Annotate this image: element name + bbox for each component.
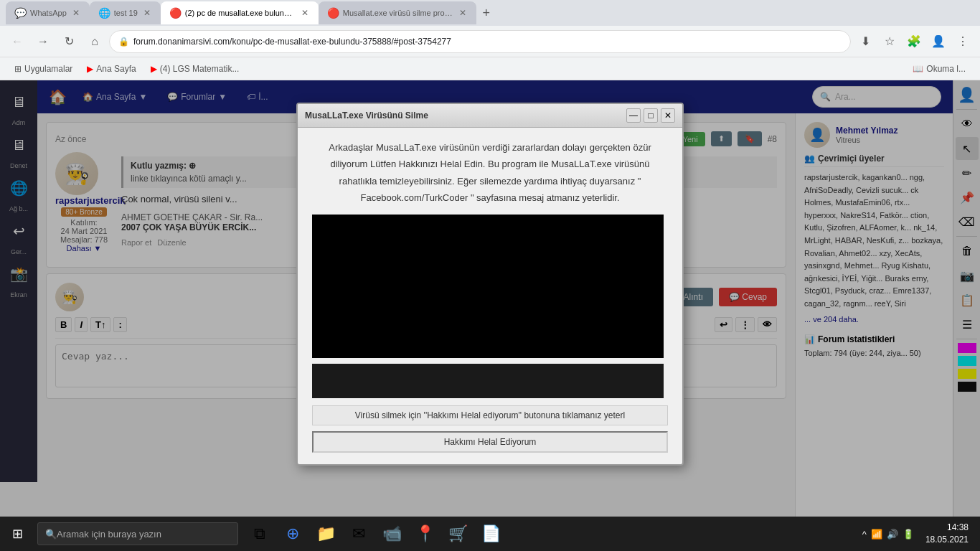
reload-button[interactable]: ↻ xyxy=(57,30,80,53)
browser-window: 💬 WhatsApp ✕ 🌐 test 19 ✕ 🔴 (2) pc de mus… xyxy=(0,0,980,517)
url-text: forum.donanimarsivi.com/konu/pc-de-musal… xyxy=(133,37,842,47)
tab4-favicon: 🔴 xyxy=(327,7,339,19)
battery-icon: 🔋 xyxy=(903,529,914,540)
tab-close-test19[interactable]: ✕ xyxy=(142,6,152,19)
modal-description: Arkadaşlar MusaLLaT.exe virüsünün verdiğ… xyxy=(312,139,668,207)
bookmark-home[interactable]: ▶ Ana Sayfa xyxy=(81,62,141,75)
profile-button[interactable]: 👤 xyxy=(927,30,950,53)
forward-button[interactable]: → xyxy=(32,30,55,53)
modal-title: MusaLLaT.exe Virüsünü Silme xyxy=(305,110,428,121)
taskbar-clock[interactable]: 14:38 18.05.2021 xyxy=(920,522,974,546)
home-button[interactable]: ⌂ xyxy=(83,30,106,53)
browser-tab-test19[interactable]: 🌐 test 19 ✕ xyxy=(90,1,161,24)
youtube-icon: ▶ xyxy=(87,64,93,74)
bookmarks-bar: ⊞ Uygulamalar ▶ Ana Sayfa ▶ (4) LGS Mate… xyxy=(0,57,980,80)
bookmark-lgs[interactable]: ▶ (4) LGS Matematik... xyxy=(145,62,245,75)
tab-title-whatsapp: WhatsApp xyxy=(30,9,67,17)
reading-label: Okuma l... xyxy=(926,64,966,74)
desktop: 💬 WhatsApp ✕ 🌐 test 19 ✕ 🔴 (2) pc de mus… xyxy=(0,0,980,551)
bookmark-button[interactable]: ☆ xyxy=(878,30,901,53)
toolbar-actions: ⬇ ☆ 🧩 👤 ⋮ xyxy=(854,30,974,53)
whatsapp-favicon: 💬 xyxy=(14,7,26,19)
modal-button-container: Hakkımı Helal Ediyorum xyxy=(312,431,668,453)
modal-dialog: MusaLLaT.exe Virüsünü Silme — □ ✕ Arkada… xyxy=(296,103,684,466)
tab-title-active: (2) pc de musallat.exe bulundu | xyxy=(185,9,296,17)
show-desktop-button[interactable] xyxy=(974,517,980,551)
zoom-icon: 📹 xyxy=(382,524,402,543)
modal-video-area xyxy=(312,215,664,358)
network-icon: 📶 xyxy=(871,529,882,540)
browser-tab-4[interactable]: 🔴 Musallat.exe virüsü silme progr... ✕ xyxy=(319,1,476,24)
modal-maximize-btn[interactable]: □ xyxy=(644,108,658,123)
bookmark-apps-label: Uygulamalar xyxy=(24,64,72,74)
modal-overlay: MusaLLaT.exe Virüsünü Silme — □ ✕ Arkada… xyxy=(0,80,980,517)
taskbar-app-store[interactable]: 🛒 xyxy=(442,518,473,550)
reading-icon: 📖 xyxy=(913,64,923,74)
taskbar-app-taskview[interactable]: ⧉ xyxy=(244,518,275,550)
address-bar[interactable]: 🔒 forum.donanimarsivi.com/konu/pc-de-mus… xyxy=(109,30,851,53)
tab-title-4: Musallat.exe virüsü silme progr... xyxy=(343,9,453,17)
chrome-icon: ⊕ xyxy=(286,524,299,543)
explorer-icon: 📁 xyxy=(316,524,336,543)
tab-close-4[interactable]: ✕ xyxy=(458,6,468,19)
browser-tab-bar: 💬 WhatsApp ✕ 🌐 test 19 ✕ 🔴 (2) pc de mus… xyxy=(0,0,980,26)
docs-icon: 📄 xyxy=(481,524,501,543)
maps-icon: 📍 xyxy=(415,524,435,543)
taskbar-app-explorer[interactable]: 📁 xyxy=(310,518,341,550)
modal-status-text: Virüsü silmek için ''Hakkımı Helal ediyo… xyxy=(312,405,668,425)
browser-content: 🖥 Adm 🖥 Denet 🌐 Ağ b... ↩ Ger... 📸 xyxy=(0,80,980,517)
youtube-icon2: ▶ xyxy=(151,64,157,74)
modal-titlebar: MusaLLaT.exe Virüsünü Silme — □ ✕ xyxy=(298,104,682,128)
tab-close-whatsapp[interactable]: ✕ xyxy=(71,6,81,19)
modal-minimize-btn[interactable]: — xyxy=(626,108,641,123)
modal-controls: — □ ✕ xyxy=(626,108,675,123)
tab-close-active[interactable]: ✕ xyxy=(300,6,310,19)
taskbar-app-zoom[interactable]: 📹 xyxy=(376,518,407,550)
taskbar-app-chrome[interactable]: ⊕ xyxy=(277,518,308,550)
start-button[interactable]: ⊞ xyxy=(0,517,34,551)
browser-toolbar: ← → ↻ ⌂ 🔒 forum.donanimarsivi.com/konu/p… xyxy=(0,26,980,57)
modal-body: Arkadaşlar MusaLLaT.exe virüsünün verdiğ… xyxy=(298,128,682,465)
browser-tab-active[interactable]: 🔴 (2) pc de musallat.exe bulundu | ✕ xyxy=(161,1,319,24)
taskbar-apps: ⧉ ⊕ 📁 ✉ 📹 📍 🛒 📄 xyxy=(244,518,857,550)
active-tab-favicon: 🔴 xyxy=(169,7,181,19)
tab-title-test19: test 19 xyxy=(114,9,138,17)
windows-logo-icon: ⊞ xyxy=(12,526,23,542)
menu-button[interactable]: ⋮ xyxy=(951,30,974,53)
helal-button[interactable]: Hakkımı Helal Ediyorum xyxy=(312,431,668,453)
extensions-button[interactable]: 🧩 xyxy=(903,30,925,53)
bookmark-lgs-label: (4) LGS Matematik... xyxy=(160,64,240,74)
reading-mode-button[interactable]: 📖 Okuma l... xyxy=(907,62,971,75)
taskbar-search[interactable]: 🔍 Aramak için buraya yazın xyxy=(37,522,238,545)
ssl-lock-icon: 🔒 xyxy=(118,37,129,47)
apps-grid-icon: ⊞ xyxy=(14,64,22,74)
download-button[interactable]: ⬇ xyxy=(854,30,877,53)
test19-favicon: 🌐 xyxy=(98,7,110,19)
taskbar: ⊞ 🔍 Aramak için buraya yazın ⧉ ⊕ 📁 ✉ 📹 � xyxy=(0,517,980,551)
store-icon: 🛒 xyxy=(448,524,468,543)
modal-video-controls xyxy=(312,364,664,398)
bookmark-apps[interactable]: ⊞ Uygulamalar xyxy=(9,62,78,75)
new-tab-button[interactable]: + xyxy=(476,3,496,23)
taskbar-app-mail[interactable]: ✉ xyxy=(343,518,374,550)
back-button[interactable]: ← xyxy=(6,30,29,53)
hidden-icons-button[interactable]: ^ xyxy=(862,529,867,540)
browser-tab-whatsapp[interactable]: 💬 WhatsApp ✕ xyxy=(6,1,90,24)
bookmark-home-label: Ana Sayfa xyxy=(96,64,136,74)
taskbar-time-display: 14:38 xyxy=(925,522,969,534)
taskbar-search-placeholder: Aramak için buraya yazın xyxy=(57,529,161,540)
taskbar-system-tray: ^ 📶 🔊 🔋 xyxy=(857,529,920,540)
taskbar-date-display: 18.05.2021 xyxy=(925,534,969,546)
volume-icon: 🔊 xyxy=(887,529,898,540)
taskbar-search-icon: 🔍 xyxy=(45,529,57,540)
mail-icon: ✉ xyxy=(352,524,365,543)
taskbar-app-maps[interactable]: 📍 xyxy=(409,518,440,550)
taskbar-app-docs[interactable]: 📄 xyxy=(475,518,507,550)
taskview-icon: ⧉ xyxy=(254,524,265,543)
modal-close-btn[interactable]: ✕ xyxy=(661,108,675,123)
